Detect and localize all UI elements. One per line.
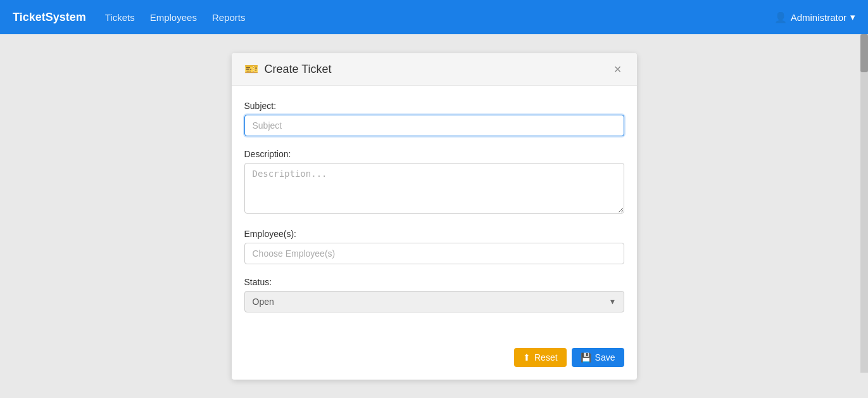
reset-button[interactable]: ⬆ Reset — [514, 348, 567, 367]
user-name: Administrator — [791, 12, 846, 23]
description-group: Description: — [244, 149, 624, 216]
nav-reports[interactable]: Reports — [212, 12, 246, 23]
employees-label: Employee(s): — [244, 229, 624, 239]
description-label: Description: — [244, 149, 624, 159]
employees-group: Employee(s): — [244, 229, 624, 264]
subject-input[interactable] — [244, 115, 624, 136]
navbar: TicketSystem Tickets Employees Reports 👤… — [0, 0, 868, 34]
ticket-icon: 🎫 — [244, 62, 258, 76]
reset-icon: ⬆ — [523, 352, 531, 363]
user-dropdown-icon: ▾ — [850, 11, 855, 23]
user-menu[interactable]: 👤 Administrator ▾ — [774, 11, 855, 23]
card-body: Subject: Description: Employee(s): Statu… — [232, 86, 637, 340]
brand-link[interactable]: TicketSystem — [13, 11, 86, 24]
subject-group: Subject: — [244, 101, 624, 136]
user-icon: 👤 — [774, 11, 787, 23]
card-title-group: 🎫 Create Ticket — [244, 62, 332, 76]
nav-tickets[interactable]: Tickets — [105, 12, 135, 23]
nav-links: Tickets Employees Reports — [105, 12, 774, 23]
close-button[interactable]: × — [612, 63, 624, 75]
save-label: Save — [595, 352, 615, 363]
card-header: 🎫 Create Ticket × — [232, 53, 637, 86]
scrollbar-thumb — [860, 34, 868, 72]
reset-label: Reset — [534, 352, 558, 363]
employees-input[interactable] — [244, 243, 624, 264]
save-icon: 💾 — [581, 352, 591, 363]
card-footer: ⬆ Reset 💾 Save — [232, 340, 637, 380]
card-title: Create Ticket — [265, 63, 332, 76]
status-label: Status: — [244, 277, 624, 287]
create-ticket-card: 🎫 Create Ticket × Subject: Description: … — [232, 53, 637, 380]
save-button[interactable]: 💾 Save — [572, 348, 624, 367]
status-select-wrapper: Open In Progress Closed ▼ — [244, 291, 624, 312]
scrollbar[interactable] — [860, 34, 868, 373]
main-content: 🎫 Create Ticket × Subject: Description: … — [0, 34, 868, 398]
nav-employees[interactable]: Employees — [150, 12, 197, 23]
subject-label: Subject: — [244, 101, 624, 111]
description-input[interactable] — [244, 163, 624, 214]
status-group: Status: Open In Progress Closed ▼ — [244, 277, 624, 312]
status-select[interactable]: Open In Progress Closed — [244, 291, 624, 312]
